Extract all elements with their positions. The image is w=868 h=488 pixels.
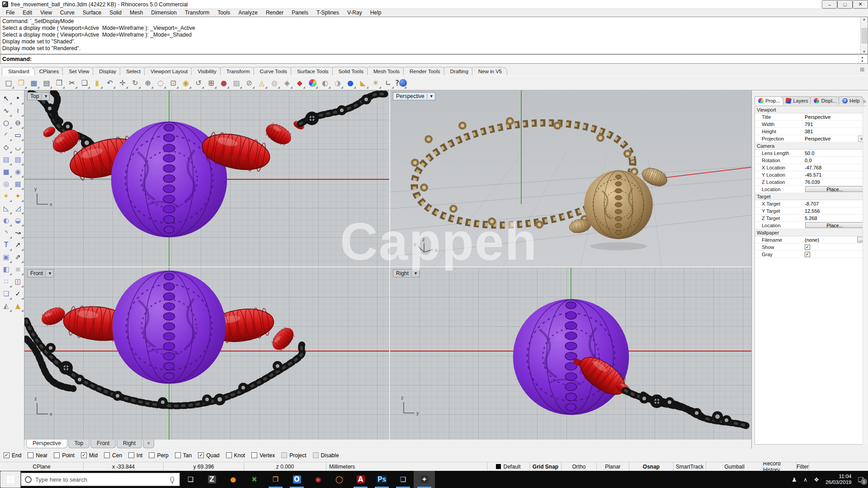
help-icon[interactable]: ? [395,77,407,89]
property-value[interactable]: Perspective [805,114,865,120]
viewport-front-canvas[interactable]: z x [24,267,389,440]
property-row[interactable]: X Target -8.707 ∨ ... [755,200,866,207]
checkbox[interactable] [226,452,232,458]
cone-tool-icon[interactable]: ▲ [12,300,24,312]
checkbox[interactable] [805,252,810,257]
status-cell[interactable]: Record History [763,462,797,471]
checkbox[interactable] [198,452,204,458]
menu-item[interactable]: Solid [105,9,126,16]
property-row[interactable]: Y Location -45.571 ∨ ... [755,171,866,178]
viewport-right-label[interactable]: Right▼ [393,269,420,277]
zoom-extents-icon[interactable]: ⊕ [142,77,154,89]
chevron-up-icon[interactable]: ∧ [803,476,808,483]
undo-view-icon[interactable]: ↺ [193,77,204,89]
ornate-gold-ball[interactable] [584,170,653,239]
property-row[interactable]: Rotation 0.0 ∨ ... [755,157,866,164]
zoom-selected-icon[interactable]: ◉ [180,77,192,89]
select-tool-icon[interactable]: ↖ [0,93,12,104]
toolbar-tab[interactable]: Visibility [191,67,222,75]
split-tool-icon[interactable]: ◿ [12,203,24,214]
status-cell[interactable]: Default [487,462,530,471]
point-tool-icon[interactable]: • [12,93,24,104]
osnap-toggle[interactable]: End [4,452,21,459]
checkbox[interactable] [281,452,287,458]
interpolate-curve-icon[interactable]: ≀ [12,105,24,117]
toolbar-tab[interactable]: New in V5 [472,67,507,75]
explode-tool-icon[interactable]: ✶ [0,191,12,202]
checkbox[interactable] [805,244,810,250]
status-cell[interactable]: x -33.844 [84,462,164,471]
pan-hand-icon[interactable]: ✛ [117,77,128,89]
toolbar-tab[interactable]: Viewport Layout [144,67,193,75]
file-explorer-icon[interactable]: ❒ [265,471,286,488]
extrude-surface-icon[interactable]: ◧ [0,264,12,275]
viewport-tab[interactable]: Top [68,440,90,448]
viewport-right-canvas[interactable]: z y [390,267,751,440]
paste-icon[interactable]: ▮ [91,77,103,89]
viewport-front-label[interactable]: Front▼ [27,269,54,277]
status-cell[interactable]: Osnap [629,462,674,471]
chain-lower-right[interactable] [625,390,749,427]
status-cell[interactable]: SmartTrack [674,462,706,471]
lock-icon[interactable]: ◈ [281,77,293,89]
menu-item[interactable]: Edit [19,9,36,16]
osnap-toggle[interactable]: Cen [104,452,122,459]
toolbar-tab[interactable]: Standard [2,67,35,75]
ghosted-display-icon[interactable]: ◑ [332,77,344,89]
menu-item[interactable]: T-Splines [312,9,343,16]
prompt-scroll-buttons[interactable]: ▲▼ [859,55,866,63]
outlook-icon[interactable]: O [286,471,307,488]
property-row[interactable]: Show ∨ ... [755,244,866,251]
property-row[interactable]: Title Perspective ∨ ... [755,113,866,121]
menu-item[interactable]: Help [366,9,386,16]
spotlight-icon[interactable]: ◍ [269,77,280,89]
toolbar-tab[interactable]: Render Tools [403,67,446,75]
osnap-toggle[interactable]: Point [54,452,74,459]
property-row[interactable]: Target ∨ ... [755,193,866,200]
osnap-toggle[interactable]: Quad [198,452,219,459]
save-icon[interactable]: ▦ [28,77,40,89]
zoom-window-icon[interactable]: ⊡ [167,77,179,89]
status-cell[interactable]: Filter [797,462,809,471]
property-row[interactable]: Wallpaper ∨ ... [755,229,866,236]
ornate-sphere[interactable] [513,299,629,415]
scroll-up-icon[interactable]: ▲ [863,17,866,21]
property-row[interactable]: Lens Length 50.0 ∨ ... [755,150,866,157]
toolbar-tab[interactable]: Mesh Tools [367,67,405,75]
start-button[interactable] [0,471,21,488]
new-file-icon[interactable]: □ [3,77,14,89]
checkbox[interactable] [81,452,87,458]
photoshop-icon[interactable]: Ps [371,471,392,488]
viewport-top-canvas[interactable]: y x [24,90,389,267]
rotate-view-icon[interactable]: ↻ [129,77,141,89]
menu-item[interactable]: File [2,9,19,16]
scroll-up-icon[interactable]: ▲ [859,55,866,59]
viewport-tab[interactable]: Right [117,440,142,448]
copy-icon[interactable]: ❏ [79,77,90,89]
checkbox[interactable] [175,452,181,458]
osnap-toggle[interactable]: Disable [313,452,339,459]
menu-item[interactable]: Panels [288,9,312,16]
blend-curve-icon[interactable]: ◡ [12,142,24,153]
scale-tool-icon[interactable]: ↗ [12,239,24,251]
extend-curve-icon[interactable]: ↝ [12,227,24,239]
checkbox[interactable] [313,452,319,458]
menu-item[interactable]: Transform [181,9,213,16]
menu-item[interactable]: Analyze [234,9,262,16]
chrome-icon[interactable]: ◉ [307,471,329,488]
property-value[interactable]: 12.556 [805,208,865,214]
property-row[interactable]: Width 791 ∨ ... [755,121,866,128]
notes-app-icon[interactable]: ❏ [392,471,414,488]
property-value[interactable]: (none) [805,237,856,243]
export-icon[interactable]: ❐ [53,77,65,89]
checkbox[interactable] [251,452,257,458]
shaded-display-icon[interactable]: ◐ [319,77,331,89]
checkbox[interactable] [149,452,155,458]
osnap-toggle[interactable]: Perp [149,452,168,459]
3dsmax-icon[interactable]: ✖ [244,471,265,488]
direction-cone-icon[interactable]: ◣ [357,77,369,89]
minimize-button[interactable]: – [822,0,837,9]
scrollbar-thumb[interactable] [862,28,867,43]
zbrush-icon[interactable]: Z [201,471,222,488]
add-viewport-tab-button[interactable]: + [143,440,154,448]
